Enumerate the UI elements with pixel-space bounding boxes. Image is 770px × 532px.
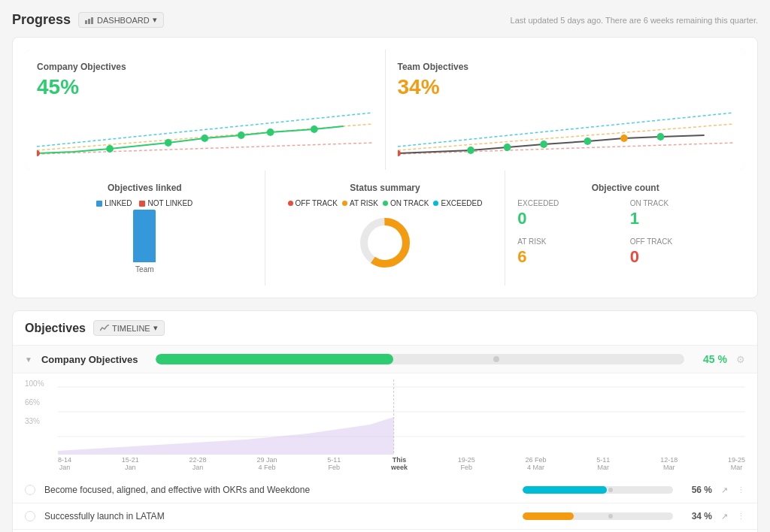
off-track-dot bbox=[288, 201, 293, 206]
svg-point-10 bbox=[238, 131, 245, 139]
expand-icon[interactable]: ▼ bbox=[25, 355, 32, 364]
top-charts: Company Objectives 45% bbox=[25, 50, 745, 170]
objectives-header: Objectives TIMELINE ▾ bbox=[13, 311, 757, 346]
svg-point-21 bbox=[620, 135, 628, 142]
obj-pct-1: 56 % bbox=[682, 485, 712, 495]
objective-item-1: Become focused, aligned, and effective w… bbox=[13, 477, 757, 503]
external-link-icon-2[interactable]: ↗ bbox=[721, 512, 728, 521]
svg-line-13 bbox=[398, 113, 734, 147]
obj-dot-2 bbox=[608, 514, 613, 518]
obj-bar-1 bbox=[523, 486, 673, 494]
company-progress-bar bbox=[156, 354, 684, 364]
dashboard-btn[interactable]: DASHBOARD ▾ bbox=[78, 12, 164, 28]
svg-rect-0 bbox=[85, 20, 87, 24]
dashboard-card: Company Objectives 45% bbox=[12, 37, 758, 298]
obj-bar-fill-2 bbox=[523, 512, 574, 520]
timeline-x-labels: 8-14Jan 15-21Jan 22-28Jan 29 Jan4 Feb 5-… bbox=[58, 455, 745, 477]
objective-count-panel: Objective count EXCEEDED 0 ON TRACK 1 AT… bbox=[505, 171, 745, 286]
obj-checkbox-1[interactable] bbox=[25, 485, 35, 495]
more-icon-2[interactable]: ⋮ bbox=[737, 512, 745, 521]
on-track-count: ON TRACK 1 bbox=[630, 199, 733, 228]
bar-chart: Team bbox=[37, 213, 253, 274]
svg-point-8 bbox=[165, 139, 172, 147]
svg-point-22 bbox=[656, 133, 664, 141]
obj-pct-2: 34 % bbox=[682, 511, 712, 521]
company-bar-fill bbox=[156, 354, 393, 364]
off-track-count: OFF TRACK 0 bbox=[630, 237, 733, 267]
svg-point-12 bbox=[311, 125, 318, 133]
team-label: Team Objectives bbox=[398, 62, 734, 72]
on-track-dot bbox=[383, 201, 388, 206]
svg-line-5 bbox=[37, 143, 373, 154]
count-grid: EXCEEDED 0 ON TRACK 1 AT RISK 6 OFF TRAC… bbox=[517, 199, 733, 267]
bar-column: Team bbox=[133, 210, 156, 274]
linked-legend-notlinked: NOT LINKED bbox=[139, 199, 192, 207]
company-label: Company Objectives bbox=[37, 62, 373, 72]
company-obj-pct: 45 % bbox=[693, 353, 727, 365]
exceeded-dot bbox=[433, 201, 438, 206]
obj-name-1: Become focused, aligned, and effective w… bbox=[44, 485, 514, 495]
linked-legend: LINKED NOT LINKED bbox=[37, 199, 253, 207]
donut-chart bbox=[359, 216, 411, 269]
more-icon-1[interactable]: ⋮ bbox=[737, 485, 745, 495]
donut-wrapper bbox=[277, 216, 493, 269]
status-summary-panel: Status summary OFF TRACK AT RISK ON TRAC… bbox=[265, 171, 505, 286]
timeline-icon bbox=[100, 325, 109, 332]
linked-title: Objectives linked bbox=[37, 183, 253, 193]
timeline-svg bbox=[58, 379, 745, 455]
obj-bar-2 bbox=[523, 512, 673, 520]
objectives-section: Objectives TIMELINE ▾ ▼ Company Objectiv… bbox=[12, 310, 758, 532]
svg-rect-2 bbox=[91, 17, 93, 24]
linked-legend-linked: LINKED bbox=[96, 199, 132, 207]
svg-point-16 bbox=[398, 150, 401, 156]
obj-checkbox-2[interactable] bbox=[25, 511, 35, 521]
company-sparkline bbox=[37, 105, 373, 158]
bar-label: Team bbox=[133, 265, 156, 274]
svg-point-17 bbox=[467, 147, 474, 154]
status-text: Last updated 5 days ago. There are 6 wee… bbox=[511, 16, 758, 25]
company-obj-label: Company Objectives bbox=[41, 354, 147, 365]
svg-point-20 bbox=[584, 138, 591, 145]
status-legend: OFF TRACK AT RISK ON TRACK EXCEEDED bbox=[277, 199, 493, 207]
svg-rect-1 bbox=[88, 19, 90, 24]
timeline-chart: 100% 66% 33% 8-14Jan 15-21Jan 22-28Jan 2… bbox=[13, 373, 757, 477]
company-obj-row: ▼ Company Objectives 45 % ⚙ bbox=[13, 346, 757, 373]
svg-marker-28 bbox=[58, 417, 394, 455]
timeline-btn[interactable]: TIMELINE ▾ bbox=[93, 320, 165, 336]
at-risk-count: AT RISK 6 bbox=[517, 237, 620, 267]
team-objectives-panel: Team Objectives 34% bbox=[386, 50, 746, 170]
svg-point-18 bbox=[503, 144, 511, 151]
linked-color bbox=[96, 201, 102, 207]
svg-point-9 bbox=[201, 135, 208, 142]
objectives-title: Objectives bbox=[25, 322, 86, 335]
svg-line-14 bbox=[398, 124, 734, 150]
team-sparkline bbox=[398, 105, 734, 158]
company-pct: 45% bbox=[37, 75, 373, 99]
svg-point-6 bbox=[37, 150, 40, 156]
company-obj-actions: ⚙ bbox=[736, 354, 745, 365]
chart-icon bbox=[85, 17, 94, 24]
obj-dot-1 bbox=[608, 488, 613, 492]
progress-title: Progress bbox=[12, 12, 71, 28]
company-objectives-panel: Company Objectives 45% bbox=[25, 50, 385, 170]
page: Progress DASHBOARD ▾ Last updated 5 days… bbox=[0, 0, 770, 532]
not-linked-color bbox=[139, 201, 145, 207]
svg-point-7 bbox=[106, 145, 114, 153]
svg-point-19 bbox=[540, 141, 547, 148]
progress-header: Progress DASHBOARD ▾ Last updated 5 days… bbox=[12, 12, 758, 28]
team-pct: 34% bbox=[398, 75, 734, 99]
at-risk-dot bbox=[342, 201, 347, 206]
exceeded-count: EXCEEDED 0 bbox=[517, 199, 620, 228]
obj-name-2: Successfully launch in LATAM bbox=[44, 511, 514, 521]
svg-point-11 bbox=[267, 128, 274, 136]
svg-line-15 bbox=[398, 143, 734, 154]
objectives-linked-panel: Objectives linked LINKED NOT LINKED Team bbox=[25, 171, 265, 286]
settings-icon[interactable]: ⚙ bbox=[736, 354, 745, 365]
status-title: Status summary bbox=[277, 183, 493, 193]
count-title: Objective count bbox=[517, 183, 733, 193]
obj-bar-fill-1 bbox=[523, 486, 607, 494]
company-bar-dot bbox=[493, 356, 499, 362]
external-link-icon-1[interactable]: ↗ bbox=[721, 485, 728, 495]
linked-bar bbox=[133, 210, 156, 262]
bottom-panels: Objectives linked LINKED NOT LINKED Team bbox=[25, 171, 745, 286]
